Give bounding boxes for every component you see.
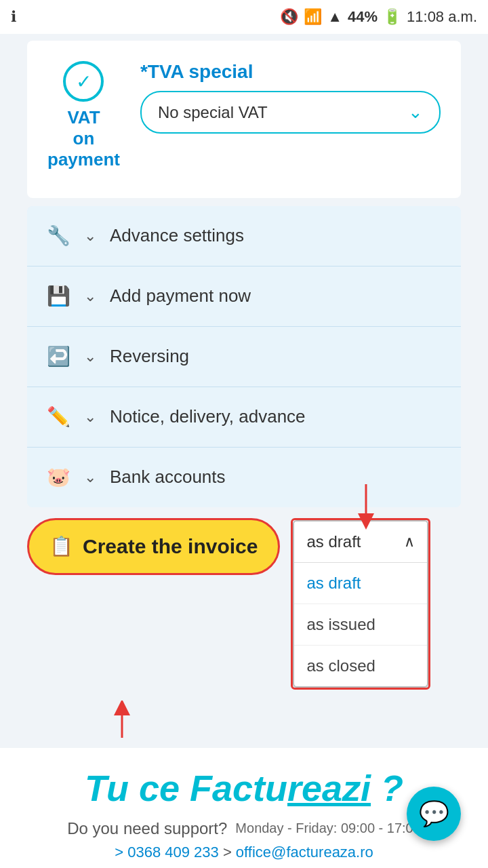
invoice-icon: 📋 (49, 535, 73, 557)
action-area: 📋 Create the invoice as draft ∧ as draft… (27, 518, 461, 690)
schedule-text: Monday - Friday: 09:00 - 17:00 (235, 821, 420, 836)
notice-icon: ✏️ (43, 402, 73, 432)
bank-accounts-label: Bank accounts (110, 467, 226, 488)
support-line: Do you need support? Monday - Friday: 09… (27, 819, 461, 838)
expand-arrow-icon: ⌄ (84, 227, 96, 245)
status-bar: ℹ 🔇 📶 ▲ 44% 🔋 11:08 a.m. (0, 0, 488, 34)
email-address[interactable]: office@factureaza.ro (236, 844, 373, 861)
tva-special-title: *TVA special (140, 61, 441, 83)
separator: > (223, 844, 236, 861)
vat-label: VATonpayment (47, 107, 120, 171)
sidebar-item-notice[interactable]: ✏️ ⌄ Notice, delivery, advance (27, 387, 461, 448)
bank-accounts-icon: 🐷 (43, 462, 73, 492)
chat-button[interactable]: 💬 (407, 787, 461, 841)
draft-current-value: as draft (306, 532, 361, 551)
phone-number[interactable]: > 0368 409 233 (115, 844, 219, 861)
advance-settings-icon: 🔧 (43, 221, 73, 251)
status-right-icons: 🔇 📶 ▲ 44% 🔋 11:08 a.m. (280, 8, 477, 26)
wifi-icon: 📶 (304, 8, 322, 26)
status-left-icons: ℹ (11, 8, 16, 26)
advance-settings-label: Advance settings (110, 225, 244, 246)
add-payment-label: Add payment now (110, 285, 251, 307)
chevron-up-icon: ∧ (404, 533, 415, 551)
notice-label: Notice, delivery, advance (110, 406, 306, 427)
vat-check-icon[interactable]: ✓ (63, 61, 104, 102)
contact-info: > 0368 409 233 > office@factureaza.ro (27, 844, 461, 861)
vat-left: ✓ VATonpayment (47, 61, 120, 171)
draft-header[interactable]: as draft ∧ (294, 521, 427, 563)
support-text: Do you need support? (67, 819, 227, 838)
draft-option-as-issued[interactable]: as issued (294, 604, 427, 646)
sidebar-item-reversing[interactable]: ↩️ ⌄ Reversing (27, 327, 461, 387)
vat-card: ✓ VATonpayment *TVA special No special V… (27, 41, 461, 198)
expand-arrow-icon-2: ⌄ (84, 288, 96, 305)
battery-icon: 🔋 (383, 8, 401, 26)
sidebar-item-bank-accounts[interactable]: 🐷 ⌄ Bank accounts (27, 448, 461, 507)
draft-option-as-draft[interactable]: as draft (294, 563, 427, 604)
sidebar-item-add-payment[interactable]: 💾 ⌄ Add payment now (27, 267, 461, 327)
vat-dropdown-value: No special VAT (158, 103, 268, 122)
signal-icon: ▲ (327, 8, 342, 26)
reversing-label: Reversing (110, 346, 189, 367)
sidebar-item-advance-settings[interactable]: 🔧 ⌄ Advance settings (27, 206, 461, 267)
battery-percent: 44% (348, 8, 378, 26)
clock: 11:08 a.m. (407, 8, 477, 26)
reversing-icon: ↩️ (43, 342, 73, 372)
draft-selector[interactable]: as draft ∧ as draft as issued as closed (293, 520, 428, 688)
expand-arrow-icon-3: ⌄ (84, 348, 96, 366)
draft-option-as-closed[interactable]: as closed (294, 646, 427, 686)
expand-arrow-icon-4: ⌄ (84, 408, 96, 426)
mute-icon: 🔇 (280, 8, 298, 26)
draft-selector-container: as draft ∧ as draft as issued as closed (291, 518, 430, 690)
settings-section: 🔧 ⌄ Advance settings 💾 ⌄ Add payment now… (27, 206, 461, 507)
vat-dropdown[interactable]: No special VAT ⌄ (140, 91, 441, 134)
chevron-down-icon: ⌄ (408, 102, 423, 123)
create-invoice-button[interactable]: 📋 Create the invoice (27, 518, 280, 575)
chat-icon: 💬 (419, 800, 449, 828)
create-invoice-label: Create the invoice (83, 535, 258, 558)
info-icon: ℹ (11, 8, 16, 26)
vat-right: *TVA special No special VAT ⌄ (140, 61, 441, 134)
arrow-annotation-create (81, 701, 163, 741)
add-payment-icon: 💾 (43, 281, 73, 311)
expand-arrow-icon-5: ⌄ (84, 469, 96, 486)
arrow-area-create (27, 701, 461, 741)
banner-title: Tu ce Factureazi ? (27, 768, 461, 808)
